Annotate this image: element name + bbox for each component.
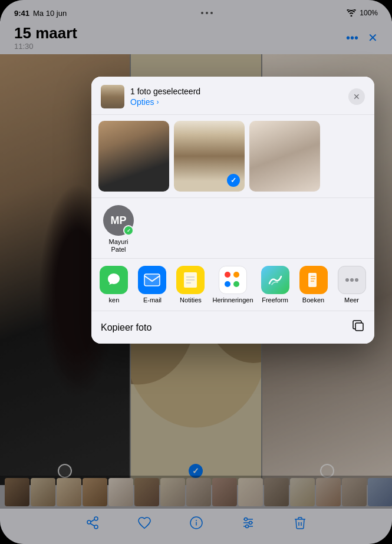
app-item-boeken[interactable]: Boeken [297, 266, 330, 304]
svg-rect-20 [355, 323, 363, 331]
app-label-herinneringen: Herinneringen [212, 296, 253, 304]
share-close-icon: ✕ [353, 92, 360, 101]
app-icon-freeform [261, 266, 289, 294]
contact-initials: MP [111, 215, 127, 227]
selected-badge: ✓ [227, 174, 240, 187]
strip-photo-1[interactable] [98, 121, 169, 192]
reminders-dot-2 [233, 272, 239, 278]
app-icon-mail [138, 266, 166, 294]
more-dots-icon [345, 278, 359, 282]
app-item-mail[interactable]: E-mail [136, 266, 169, 304]
app-label-notities: Notities [180, 296, 202, 304]
app-icon-herinneringen [219, 266, 247, 294]
contact-avatar-mp: MP ✓ [103, 205, 134, 236]
share-title: 1 foto geselecteerd [130, 87, 200, 96]
strip-photo-3[interactable] [249, 121, 320, 192]
chevron-right-icon: › [156, 98, 159, 106]
copy-icon [352, 319, 365, 335]
app-label-mail: E-mail [143, 296, 162, 304]
share-thumbnail [101, 85, 124, 108]
contacts-row: MP ✓ Mayuri Patel [91, 198, 374, 259]
app-item-notities[interactable]: Notities [174, 266, 207, 304]
contact-item-mp[interactable]: MP ✓ Mayuri Patel [101, 205, 136, 253]
copy-svg-icon [352, 319, 365, 332]
message-badge-icon: ✓ [127, 228, 131, 233]
app-icon-notities [176, 266, 205, 294]
app-item-herinneringen[interactable]: Herinneringen [212, 266, 253, 304]
app-content: 15 maart 11:30 ••• ✕ [0, 0, 392, 544]
app-label-boeken: Boeken [302, 296, 324, 304]
options-button[interactable]: Opties › [130, 97, 200, 107]
app-icon-boeken [299, 266, 328, 294]
freeform-icon [267, 273, 284, 287]
notes-icon [183, 272, 198, 288]
contact-name: Mayuri Patel [101, 238, 136, 253]
photo-strip: ✓ [91, 115, 374, 198]
app-label-berichten: ken [109, 296, 120, 304]
app-item-berichten[interactable]: ken [97, 266, 130, 304]
reminders-dot-3 [225, 281, 230, 287]
reminders-dots [225, 272, 241, 288]
svg-rect-6 [144, 274, 160, 286]
app-icon-meer [338, 266, 366, 294]
svg-point-17 [345, 278, 349, 282]
options-label: Opties [130, 97, 154, 107]
apps-row: ken E-mail [91, 259, 374, 311]
share-close-button[interactable]: ✕ [348, 88, 365, 105]
messages-icon [106, 272, 121, 288]
reminders-dot-1 [225, 272, 230, 278]
app-label-meer: Meer [344, 296, 359, 304]
share-sheet-header: 1 foto geselecteerd Opties › ✕ [91, 77, 374, 115]
ipad-frame: 9:41 Ma 10 jun 100% 15 maart 11:30 ••• [0, 0, 392, 544]
share-header-info: 1 foto geselecteerd Opties › [130, 87, 200, 107]
share-header-left: 1 foto geselecteerd Opties › [101, 85, 200, 108]
books-icon [306, 272, 321, 288]
reminders-dot-4 [233, 281, 239, 287]
copy-row[interactable]: Kopieer foto [91, 311, 374, 344]
strip-photo-2[interactable]: ✓ [174, 121, 245, 192]
app-item-meer[interactable]: Meer [335, 266, 368, 304]
app-label-freeform: Freeform [262, 296, 288, 304]
app-icon-berichten [100, 266, 128, 294]
contact-badge: ✓ [123, 225, 134, 236]
copy-label: Kopieer foto [101, 322, 151, 333]
svg-rect-13 [309, 273, 311, 287]
svg-point-19 [355, 278, 358, 282]
share-sheet: 1 foto geselecteerd Opties › ✕ ✓ [91, 77, 374, 344]
app-item-freeform[interactable]: Freeform [259, 266, 292, 304]
svg-point-18 [350, 278, 354, 282]
mail-icon [144, 273, 160, 286]
